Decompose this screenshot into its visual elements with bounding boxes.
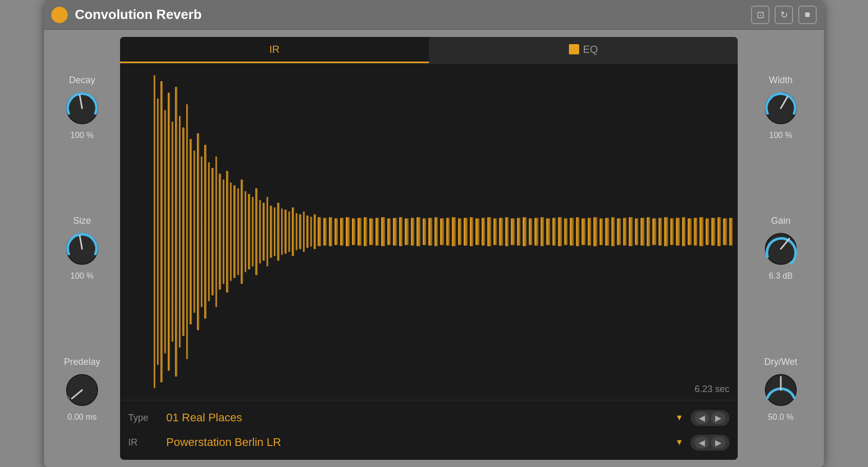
svg-rect-120	[723, 219, 727, 245]
power-button[interactable]	[51, 7, 68, 23]
svg-rect-73	[446, 218, 450, 245]
svg-rect-102	[617, 219, 621, 245]
svg-rect-88	[535, 218, 539, 245]
svg-rect-108	[653, 219, 657, 245]
svg-rect-32	[248, 194, 250, 269]
ir-value[interactable]: Powerstation Berlin LR	[166, 436, 668, 449]
width-knob[interactable]	[760, 88, 801, 129]
decay-knob-group: Decay 100 %	[62, 75, 103, 140]
svg-rect-114	[688, 219, 692, 245]
center-panel: IR EQ	[120, 37, 738, 460]
svg-rect-63	[387, 219, 391, 245]
svg-rect-103	[623, 218, 627, 245]
tab-ir[interactable]: IR	[120, 37, 429, 63]
ir-nav-buttons: ◀ ▶	[691, 435, 729, 451]
tab-eq[interactable]: EQ	[429, 37, 738, 63]
svg-rect-80	[487, 217, 491, 246]
size-knob[interactable]	[62, 228, 103, 269]
type-prev-button[interactable]: ◀	[695, 412, 709, 424]
svg-rect-116	[700, 217, 704, 246]
ir-prev-button[interactable]: ◀	[695, 437, 709, 449]
svg-rect-72	[440, 219, 444, 245]
svg-rect-7	[157, 99, 159, 365]
svg-rect-70	[428, 218, 432, 245]
svg-rect-95	[576, 217, 580, 246]
eq-icon	[569, 44, 579, 54]
svg-rect-118	[712, 218, 716, 245]
svg-rect-75	[458, 219, 462, 245]
svg-rect-25	[223, 180, 224, 284]
svg-rect-42	[285, 210, 287, 254]
ir-dropdown-arrow[interactable]: ▼	[675, 438, 683, 447]
type-next-button[interactable]: ▶	[711, 412, 725, 424]
svg-rect-60	[369, 219, 373, 245]
title-bar: Convolution Reverb ⊡ ↻ ■	[44, 0, 824, 30]
svg-rect-30	[241, 180, 243, 284]
svg-rect-119	[718, 217, 721, 246]
svg-rect-47	[303, 211, 305, 252]
svg-rect-10	[168, 92, 170, 371]
svg-rect-29	[238, 188, 239, 275]
svg-rect-8	[161, 81, 163, 382]
window-resize-button[interactable]: ⊡	[751, 6, 770, 24]
type-value[interactable]: 01 Real Places	[166, 411, 668, 424]
svg-rect-27	[230, 183, 232, 281]
svg-rect-33	[252, 197, 253, 267]
svg-rect-115	[694, 218, 698, 245]
gain-knob[interactable]	[760, 228, 801, 269]
svg-rect-46	[299, 215, 301, 249]
svg-rect-65	[399, 217, 403, 246]
svg-rect-37	[267, 197, 268, 267]
svg-rect-28	[233, 185, 235, 278]
svg-rect-41	[281, 208, 283, 255]
save-button[interactable]: ■	[798, 6, 817, 24]
type-label: Type	[128, 413, 159, 423]
svg-rect-40	[277, 203, 279, 261]
predelay-knob[interactable]	[62, 369, 103, 411]
type-control-row: Type 01 Real Places ▼ ◀ ▶	[128, 406, 729, 429]
svg-rect-93	[564, 219, 568, 245]
right-knobs-panel: Width 100 % Gain	[745, 37, 817, 460]
width-knob-group: Width 100 %	[760, 75, 801, 140]
svg-rect-77	[470, 217, 474, 246]
svg-rect-23	[215, 157, 217, 307]
main-content: Decay 100 % Size	[44, 30, 824, 467]
drywet-knob[interactable]	[760, 369, 801, 411]
decay-label: Decay	[69, 75, 95, 86]
svg-rect-53	[329, 217, 332, 246]
svg-rect-35	[259, 200, 261, 263]
svg-rect-6	[154, 75, 155, 388]
svg-rect-59	[364, 217, 367, 246]
size-value: 100 %	[70, 271, 93, 281]
type-nav-buttons: ◀ ▶	[691, 410, 729, 426]
waveform-svg	[120, 64, 738, 400]
svg-rect-45	[296, 213, 298, 250]
svg-rect-76	[464, 218, 468, 245]
svg-rect-66	[405, 219, 409, 245]
svg-rect-121	[729, 218, 733, 245]
duration-label: 6.23 sec	[695, 384, 729, 395]
drywet-value: 50.0 %	[768, 413, 794, 422]
svg-rect-107	[647, 217, 650, 246]
svg-rect-106	[641, 218, 645, 245]
svg-rect-78	[476, 219, 480, 245]
decay-value: 100 %	[70, 131, 93, 140]
ir-next-button[interactable]: ▶	[711, 437, 725, 449]
refresh-button[interactable]: ↻	[775, 6, 793, 24]
svg-rect-69	[423, 219, 426, 245]
gain-label: Gain	[771, 216, 791, 226]
gain-knob-group: Gain 6.3 dB	[760, 216, 801, 281]
type-dropdown-arrow[interactable]: ▼	[675, 413, 683, 422]
svg-rect-109	[659, 218, 662, 245]
size-knob-group: Size 100 %	[62, 216, 103, 281]
svg-rect-82	[499, 218, 503, 245]
svg-rect-56	[346, 217, 350, 246]
svg-rect-105	[635, 219, 639, 245]
svg-rect-79	[482, 218, 485, 245]
svg-rect-57	[352, 219, 356, 245]
decay-knob[interactable]	[62, 88, 103, 129]
svg-rect-34	[255, 188, 258, 275]
svg-rect-50	[314, 215, 316, 249]
tab-eq-label: EQ	[583, 44, 598, 55]
svg-rect-15	[186, 104, 188, 359]
